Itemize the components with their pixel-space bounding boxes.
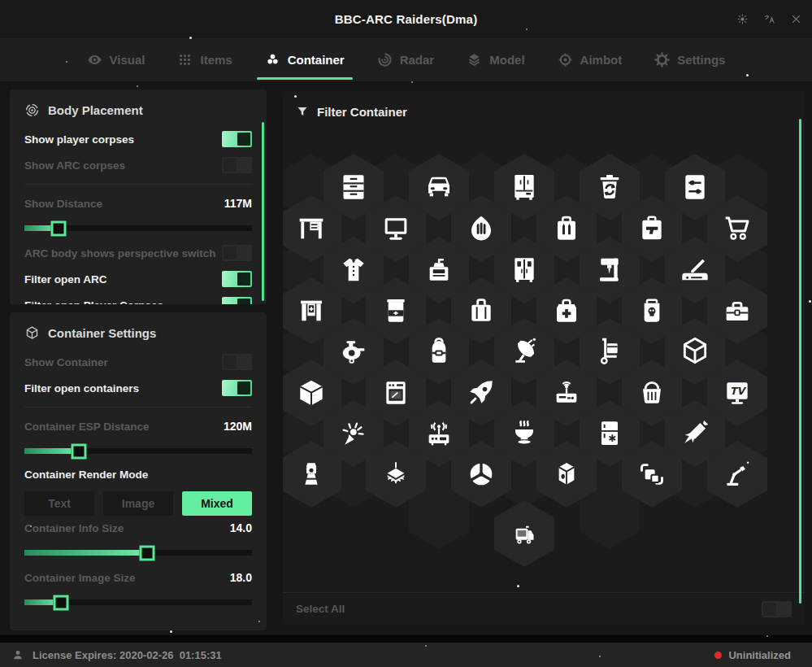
pistol-case-icon	[636, 212, 668, 245]
info-size-slider[interactable]	[24, 550, 252, 556]
render-mode-image-button[interactable]: Image	[103, 491, 173, 516]
freezer-icon	[593, 417, 626, 450]
safe-box-icon	[550, 458, 583, 490]
filter-open-arc-toggle[interactable]	[222, 271, 252, 287]
filter-open-containers-toggle[interactable]	[222, 380, 252, 396]
tab-aimbot[interactable]: Aimbot	[558, 52, 623, 68]
toggle-knob	[224, 246, 237, 259]
value-row: Container ESP Distance 120M	[24, 414, 252, 438]
flare-icon	[337, 417, 370, 450]
setting-label: Show Distance	[24, 198, 102, 210]
poison-bag-icon	[636, 294, 668, 327]
toggle-knob	[237, 299, 250, 304]
setting-label: Show Container	[24, 356, 108, 368]
setting-row: Filter open containers	[24, 376, 252, 400]
person-icon	[11, 648, 24, 661]
tab-items[interactable]: Items	[177, 52, 232, 68]
setting-row: Show ARC corpses	[24, 153, 252, 177]
select-all-label: Select All	[296, 603, 345, 615]
filter-container-footer: Select All	[283, 592, 805, 625]
shopping-cart-icon	[721, 212, 753, 245]
setting-label: Container ESP Distance	[24, 421, 150, 433]
suitcase-icon	[465, 294, 497, 327]
air-compressor-icon	[337, 335, 370, 368]
hot-food-icon	[508, 417, 541, 450]
bottom-divider	[0, 635, 812, 643]
image-size-slider[interactable]	[24, 599, 252, 605]
slider-handle[interactable]	[51, 220, 67, 236]
setting-label: ARC body shows perspective switch	[24, 247, 216, 259]
drill-press-icon	[593, 254, 626, 286]
items-icon	[177, 52, 193, 68]
tab-container[interactable]: Container	[265, 52, 345, 68]
tab-settings[interactable]: Settings	[654, 52, 725, 68]
circuit-chip-icon	[380, 458, 412, 490]
toggle-knob	[763, 603, 776, 616]
toggle-knob	[224, 355, 237, 368]
divider	[24, 184, 252, 185]
setting-row-clipped: Filter open Player Corpses	[24, 293, 252, 304]
tab-visual[interactable]: Visual	[87, 52, 145, 68]
sink-cabinet-icon	[423, 254, 455, 286]
med-station-icon	[295, 294, 328, 327]
container-icon	[265, 52, 280, 68]
satellite-dish-icon	[508, 335, 541, 368]
status-text: Uninitialized	[728, 649, 791, 661]
show-arc-corpses-toggle[interactable]	[222, 157, 252, 173]
tab-label: Container	[288, 53, 345, 67]
camera-turret-icon	[295, 458, 328, 490]
show-container-toggle[interactable]	[222, 354, 252, 370]
show-distance-slider[interactable]	[24, 225, 252, 231]
slider-handle[interactable]	[72, 443, 87, 459]
nav-tabs: VisualItemsContainerRadarModelAimbotSett…	[0, 38, 812, 81]
container-settings-panel: Container Settings Show Container Filter…	[10, 312, 267, 630]
hex-delivery-bot[interactable]	[494, 500, 554, 567]
esp-distance-slider[interactable]	[24, 448, 252, 454]
filter-open-player-toggle[interactable]	[222, 297, 252, 304]
scrollbar[interactable]	[262, 122, 264, 301]
language-icon[interactable]	[763, 13, 775, 25]
select-all-toggle[interactable]	[762, 601, 792, 617]
titlebar: BBC-ARC Raiders(Dma)	[0, 0, 812, 39]
setting-value: 14.0	[230, 521, 252, 534]
toggle-knob	[237, 133, 250, 146]
app-window: BBC-ARC Raiders(Dma) VisualItemsContaine…	[0, 0, 812, 667]
setting-label: Filter open Player Corpses	[24, 299, 163, 305]
ammo-box-icon	[550, 212, 583, 245]
scrollbar[interactable]	[799, 119, 801, 604]
slider-handle[interactable]	[53, 595, 68, 610]
backpack-icon	[423, 335, 455, 368]
body-placement-panel: Body Placement Show player corpses Show …	[10, 89, 267, 304]
setting-value: 18.0	[230, 571, 252, 584]
package-box-icon	[295, 377, 328, 409]
toggle-knob	[237, 272, 250, 286]
control-panel-icon	[679, 171, 711, 203]
slider-handle[interactable]	[140, 545, 155, 560]
tab-radar[interactable]: Radar	[377, 52, 435, 68]
setting-row: Filter open ARC	[24, 267, 252, 291]
arc-perspective-toggle[interactable]	[222, 245, 252, 261]
render-mode-mixed-button[interactable]: Mixed	[182, 491, 252, 516]
value-row: Show Distance 117M	[24, 191, 252, 216]
tab-model[interactable]: Model	[467, 52, 524, 68]
recycle-bin-icon	[593, 171, 626, 203]
show-player-corpses-toggle[interactable]	[222, 131, 252, 147]
oven-icon	[380, 377, 412, 409]
section-title: Container Settings	[48, 326, 156, 340]
delivery-bot-icon	[508, 517, 541, 550]
license-text: License Expires: 2020-02-26 01:15:31	[33, 649, 222, 661]
setting-row: Show Container	[24, 350, 252, 374]
target-icon	[24, 102, 40, 118]
render-mode-text-button[interactable]: Text	[24, 491, 94, 516]
desk-icon	[295, 212, 328, 245]
setting-label: Container Info Size	[24, 522, 124, 534]
robot-arm-icon	[721, 458, 753, 490]
crate-cube-icon	[679, 335, 711, 368]
status-bar: License Expires: 2020-02-26 01:15:31 Uni…	[0, 643, 812, 667]
dart-icon	[679, 417, 711, 450]
close-icon[interactable]	[790, 13, 802, 25]
supply-jar-icon	[380, 294, 412, 327]
theme-icon[interactable]	[736, 13, 749, 25]
radio-transmitter-icon	[550, 377, 583, 409]
rotate-squares-icon	[636, 458, 668, 490]
